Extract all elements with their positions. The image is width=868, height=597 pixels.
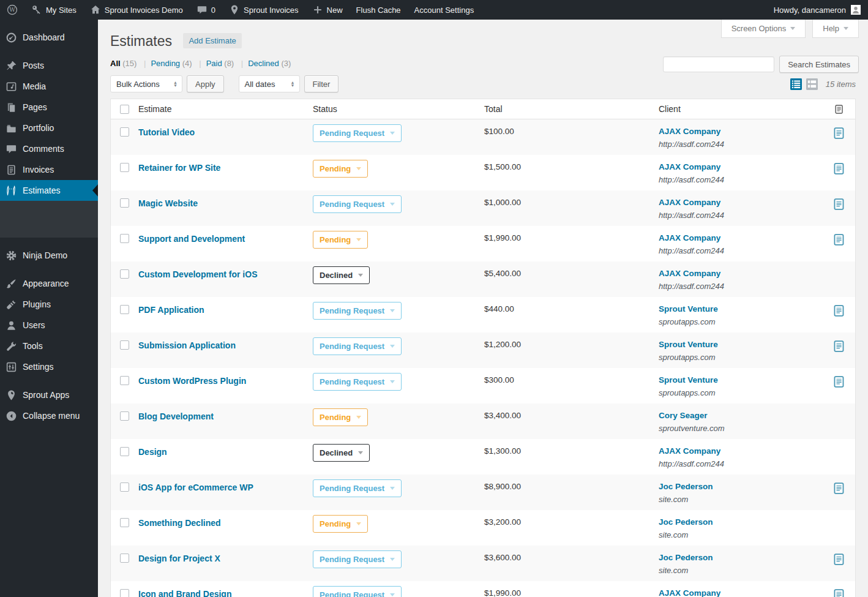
row-checkbox[interactable]: [120, 127, 129, 137]
estimate-title-link[interactable]: iOS App for eCommerce WP: [138, 482, 253, 492]
note-icon[interactable]: [834, 162, 845, 175]
admin-bar-account[interactable]: Howdy, dancameron: [774, 0, 868, 20]
submenu-item[interactable]: [0, 214, 98, 223]
status-dropdown[interactable]: Pending Request: [313, 337, 402, 355]
status-dropdown[interactable]: Pending Request: [313, 302, 402, 320]
row-checkbox[interactable]: [120, 234, 129, 243]
row-checkbox[interactable]: [120, 482, 129, 492]
dates-filter-select[interactable]: All dates ▲▼: [239, 75, 300, 92]
estimate-title-link[interactable]: Custom WordPress Plugin: [138, 376, 246, 386]
client-link[interactable]: Joc Pederson: [659, 553, 823, 562]
client-link[interactable]: AJAX Company: [659, 588, 823, 597]
search-input[interactable]: [663, 56, 774, 72]
filter-link[interactable]: Declined (3): [248, 59, 291, 68]
status-dropdown[interactable]: Pending Request: [313, 479, 402, 497]
status-dropdown[interactable]: Pending Request: [313, 124, 402, 142]
row-checkbox[interactable]: [120, 376, 129, 385]
client-link[interactable]: AJAX Company: [659, 269, 823, 278]
admin-bar-item[interactable]: My Sites: [24, 0, 83, 20]
estimate-title-link[interactable]: Magic Website: [138, 198, 198, 208]
note-icon[interactable]: [834, 198, 845, 211]
estimate-title-link[interactable]: Tutorial Video: [138, 127, 195, 137]
sidebar-item[interactable]: Portfolio: [0, 118, 98, 138]
estimate-title-link[interactable]: Icon and Brand Design: [138, 589, 231, 597]
row-checkbox[interactable]: [120, 589, 129, 597]
list-view-icon[interactable]: [790, 78, 802, 90]
add-estimate-button[interactable]: Add Estimate: [183, 33, 241, 48]
filter-link[interactable]: All (15): [110, 59, 137, 68]
filter-button[interactable]: Filter: [304, 75, 339, 92]
client-link[interactable]: Joc Pederson: [659, 517, 823, 527]
admin-bar-item[interactable]: Sprout Invoices: [222, 0, 305, 20]
estimate-title-link[interactable]: Design: [138, 447, 167, 457]
row-checkbox[interactable]: [120, 447, 129, 456]
estimate-title-link[interactable]: Submission Application: [138, 340, 236, 350]
estimate-title-link[interactable]: Design for Project X: [138, 554, 220, 563]
note-icon[interactable]: [834, 375, 845, 388]
admin-bar-item[interactable]: Account Settings: [408, 0, 481, 20]
status-dropdown[interactable]: Pending: [313, 515, 368, 533]
sidebar-item[interactable]: Media: [0, 76, 98, 97]
sidebar-item[interactable]: Ninja Demo: [0, 245, 98, 266]
admin-bar-item[interactable]: 0: [190, 0, 222, 20]
status-dropdown[interactable]: Pending Request: [313, 550, 402, 568]
status-dropdown[interactable]: Declined: [313, 444, 370, 462]
note-icon[interactable]: [834, 482, 845, 495]
client-link[interactable]: Cory Seager: [659, 411, 823, 420]
excerpt-view-icon[interactable]: [806, 78, 818, 90]
row-checkbox[interactable]: [120, 269, 129, 279]
sidebar-item[interactable]: Tools: [0, 336, 98, 356]
estimate-title-link[interactable]: Retainer for WP Site: [138, 163, 220, 173]
client-link[interactable]: AJAX Company: [659, 233, 823, 242]
select-all-checkbox[interactable]: [120, 105, 129, 114]
status-dropdown[interactable]: Pending Request: [313, 373, 402, 391]
note-icon[interactable]: [834, 127, 845, 140]
admin-bar-item[interactable]: Flush Cache: [350, 0, 408, 20]
sidebar-item[interactable]: Pages: [0, 97, 98, 118]
client-link[interactable]: AJAX Company: [659, 198, 823, 207]
sidebar-item[interactable]: Invoices: [0, 159, 98, 180]
status-dropdown[interactable]: Pending: [313, 408, 368, 426]
estimate-title-link[interactable]: Something Declined: [138, 518, 221, 528]
screen-options-toggle[interactable]: Screen Options: [721, 20, 806, 38]
status-dropdown[interactable]: Pending: [313, 231, 368, 249]
sidebar-item[interactable]: Plugins: [0, 294, 98, 315]
note-icon[interactable]: [834, 553, 845, 566]
sidebar-item[interactable]: Estimates: [0, 180, 98, 201]
sidebar-item[interactable]: Users: [0, 315, 98, 336]
help-toggle[interactable]: Help: [812, 20, 859, 38]
client-link[interactable]: Sprout Venture: [659, 304, 823, 314]
sidebar-item[interactable]: Comments: [0, 138, 98, 159]
client-link[interactable]: AJAX Company: [659, 127, 823, 136]
note-icon[interactable]: [834, 340, 845, 353]
row-checkbox[interactable]: [120, 340, 129, 350]
client-link[interactable]: AJAX Company: [659, 446, 823, 456]
admin-bar-item[interactable]: New: [305, 0, 350, 20]
row-checkbox[interactable]: [120, 198, 129, 208]
row-checkbox[interactable]: [120, 554, 129, 563]
sidebar-item[interactable]: Appearance: [0, 273, 98, 294]
status-dropdown[interactable]: Declined: [313, 266, 370, 284]
estimate-title-link[interactable]: PDF Application: [138, 305, 204, 315]
status-dropdown[interactable]: Pending: [313, 160, 368, 178]
sidebar-item[interactable]: Posts: [0, 55, 98, 76]
client-link[interactable]: AJAX Company: [659, 162, 823, 171]
note-icon[interactable]: [834, 304, 845, 317]
sidebar-item[interactable]: Collapse menu: [0, 405, 98, 426]
estimate-title-link[interactable]: Custom Development for iOS: [138, 269, 257, 279]
row-checkbox[interactable]: [120, 411, 129, 421]
search-estimates-button[interactable]: Search Estimates: [779, 56, 859, 73]
note-icon[interactable]: [834, 233, 845, 246]
filter-link[interactable]: Pending (4): [151, 59, 192, 68]
client-link[interactable]: Sprout Venture: [659, 340, 823, 349]
admin-bar-item[interactable]: Sprout Invoices Demo: [83, 0, 190, 20]
row-checkbox[interactable]: [120, 518, 129, 527]
sidebar-item[interactable]: Sprout Apps: [0, 385, 98, 405]
client-link[interactable]: Joc Pederson: [659, 482, 823, 491]
submenu-item[interactable]: [0, 206, 98, 214]
estimate-title-link[interactable]: Support and Development: [138, 234, 245, 244]
status-dropdown[interactable]: Pending Request: [313, 195, 402, 213]
filter-link[interactable]: Paid (8): [206, 59, 234, 68]
note-icon[interactable]: [834, 588, 845, 597]
apply-button[interactable]: Apply: [187, 75, 224, 92]
